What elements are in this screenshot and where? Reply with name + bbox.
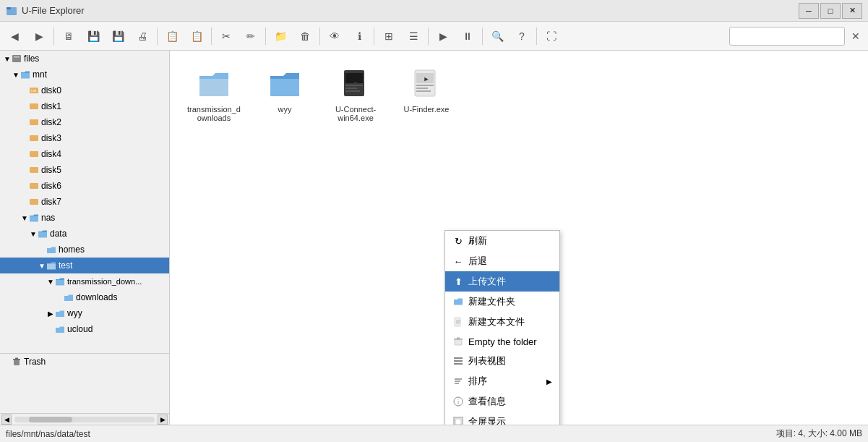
sidebar[interactable]: ▼ files ▼ mnt — [0, 51, 170, 425]
ctx-empty-folder[interactable]: Empty the folder — [445, 332, 559, 351]
close-button[interactable]: ✕ — [842, 3, 862, 19]
list-view-button[interactable]: ☰ — [402, 25, 425, 48]
drive-button[interactable]: 💾 — [82, 25, 105, 48]
sort-submenu-arrow: ▶ — [546, 378, 552, 386]
ctx-list-view[interactable]: 列表视图 — [445, 351, 559, 371]
sidebar-item-wyy[interactable]: ▶ wyy — [0, 305, 169, 321]
new-folder-button[interactable]: 📁 — [269, 25, 292, 48]
folder-icon — [55, 308, 65, 318]
scroll-track[interactable] — [14, 417, 155, 422]
file-item-ufinder[interactable]: ▶ U-Finder.exe — [394, 62, 459, 127]
file-name-wyy: wyy — [278, 105, 292, 114]
ctx-info[interactable]: i 查看信息 — [445, 391, 559, 412]
expand-icon: ▼ — [12, 71, 20, 79]
statusbar: files/mnt/nas/data/test 项目: 4, 大小: 4.00 … — [0, 425, 868, 442]
sidebar-item-disk0[interactable]: TSM disk0 — [0, 82, 169, 98]
info-button[interactable]: ℹ — [348, 25, 371, 48]
sidebar-item-disk4[interactable]: disk4 — [0, 146, 169, 162]
grid-view-button[interactable]: ⊞ — [377, 25, 400, 48]
sidebar-item-disk1[interactable]: disk1 — [0, 98, 169, 114]
sidebar-item-disk6-label: disk6 — [41, 181, 61, 191]
sidebar-item-data[interactable]: ▼ data — [0, 226, 169, 242]
folder-file-icon — [197, 67, 231, 102]
maximize-button[interactable]: □ — [820, 3, 841, 19]
ctx-list-view-label: 列表视图 — [468, 354, 506, 367]
toolbar-separator-9 — [536, 27, 537, 45]
svg-text:▶: ▶ — [424, 75, 429, 82]
sidebar-item-data-label: data — [50, 229, 66, 239]
ctx-info-label: 查看信息 — [468, 395, 506, 408]
minimize-button[interactable]: ─ — [799, 3, 819, 19]
save-button[interactable]: 💾 — [106, 25, 129, 48]
scroll-thumb[interactable] — [29, 417, 72, 422]
sidebar-item-downloads[interactable]: downloads — [0, 289, 169, 305]
sidebar-item-disk3[interactable]: disk3 — [0, 130, 169, 146]
ctx-sort[interactable]: 排序 ▶ — [445, 371, 559, 391]
sidebar-item-disk2[interactable]: disk2 — [0, 114, 169, 130]
svg-rect-36 — [454, 360, 463, 362]
folder-file-icon — [267, 67, 302, 102]
file-item-uconnect[interactable]: _ U-Connect-win64.exe — [323, 62, 388, 127]
file-name-ufinder: U-Finder.exe — [404, 105, 450, 114]
sidebar-hscroll[interactable]: ◀ ▶ — [0, 413, 169, 425]
svg-rect-2 — [12, 55, 21, 62]
sidebar-item-disk7[interactable]: disk7 — [0, 194, 169, 210]
back-button[interactable]: ◀ — [3, 25, 26, 48]
ctx-fullscreen[interactable]: 全屏显示 — [445, 412, 559, 425]
statusbar-path: files/mnt/nas/data/test — [6, 429, 90, 439]
ctx-new-text-label: 新建文本文件 — [468, 315, 525, 328]
ctx-new-text[interactable]: 新建文本文件 — [445, 312, 559, 332]
context-menu: ↻ 刷新 ← 后退 ⬆ 上传文件 新建文件夹 — [444, 230, 560, 425]
rename-button[interactable]: ✏ — [239, 25, 262, 48]
ctx-upload[interactable]: ⬆ 上传文件 — [445, 271, 559, 292]
sidebar-item-files[interactable]: ▼ files — [0, 51, 169, 67]
forward-button[interactable]: ▶ — [27, 25, 51, 48]
svg-rect-8 — [30, 135, 38, 141]
ctx-back[interactable]: ← 后退 — [445, 251, 559, 271]
sidebar-item-disk6[interactable]: disk6 — [0, 178, 169, 194]
sidebar-item-homes[interactable]: homes — [0, 242, 169, 258]
folder-open-icon — [29, 213, 39, 223]
home-button[interactable]: 🖥 — [57, 25, 80, 48]
ctx-refresh[interactable]: ↻ 刷新 — [445, 231, 559, 251]
new-folder-ctx-icon — [452, 296, 464, 307]
delete-button[interactable]: 🗑 — [293, 25, 317, 48]
print-button[interactable]: 🖨 — [131, 25, 154, 48]
sidebar-item-ucloud[interactable]: ucloud — [0, 321, 169, 337]
zoom-button[interactable]: 🔍 — [486, 25, 509, 48]
preview-button[interactable]: 👁 — [323, 25, 346, 48]
copy-button[interactable]: 📋 — [160, 25, 184, 48]
paste-button[interactable]: 📋 — [185, 25, 208, 48]
sidebar-item-test-label: test — [59, 260, 72, 271]
sidebar-item-mnt-label: mnt — [33, 69, 47, 80]
scroll-left-button[interactable]: ◀ — [1, 415, 12, 425]
cut-button[interactable]: ✂ — [215, 25, 238, 48]
search-input[interactable] — [729, 27, 845, 46]
disk-icon — [29, 181, 39, 191]
file-area[interactable]: transmission_downloads wyy _ — [170, 51, 868, 425]
ctx-new-folder[interactable]: 新建文件夹 — [445, 292, 559, 312]
sidebar-item-transmission[interactable]: ▼ transmission_down... — [0, 273, 169, 289]
sidebar-item-test[interactable]: ▼ test — [0, 258, 169, 273]
file-item-transmission[interactable]: transmission_downloads — [181, 62, 246, 127]
search-clear-button[interactable]: ✕ — [846, 27, 865, 46]
sidebar-item-disk5[interactable]: disk5 — [0, 162, 169, 178]
exe-dark-icon: _ — [338, 67, 373, 102]
svg-rect-26 — [416, 90, 431, 92]
pause-button[interactable]: ⏸ — [456, 25, 479, 48]
sidebar-item-mnt[interactable]: ▼ mnt — [0, 67, 169, 82]
disk-icon — [29, 197, 39, 207]
fullscreen-button[interactable]: ⛶ — [540, 25, 563, 48]
help-button[interactable]: ? — [510, 25, 533, 48]
toolbar-separator-5 — [319, 27, 320, 45]
toolbar-separator-3 — [211, 27, 212, 45]
sidebar-item-trash[interactable]: Trash — [0, 353, 169, 369]
sidebar-item-nas[interactable]: ▼ nas — [0, 210, 169, 226]
file-item-wyy[interactable]: wyy — [252, 62, 317, 127]
sidebar-item-disk7-label: disk7 — [41, 197, 61, 207]
svg-rect-3 — [14, 56, 20, 58]
main-layout: ▼ files ▼ mnt — [0, 51, 868, 425]
folder-open-icon — [46, 260, 56, 271]
play-button[interactable]: ▶ — [431, 25, 455, 48]
scroll-right-button[interactable]: ▶ — [158, 415, 168, 425]
